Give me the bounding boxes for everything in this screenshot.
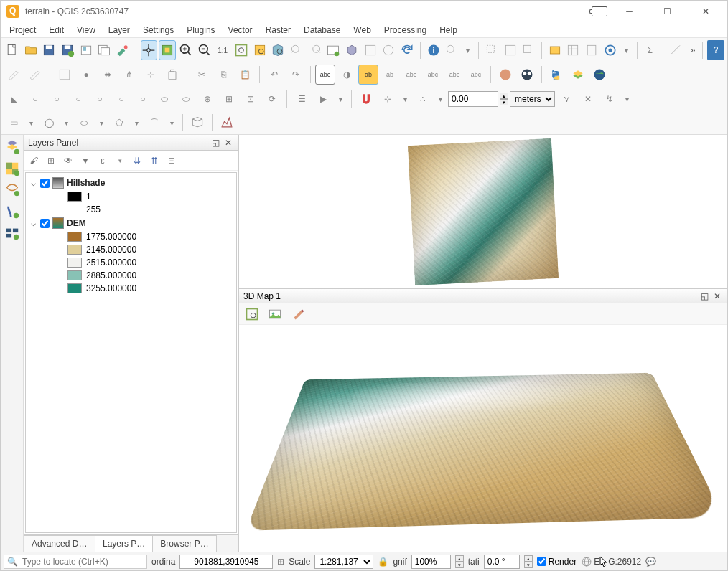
add-raster-layer-icon[interactable] (3, 159, 22, 178)
layer-tree[interactable]: ⌵ Hillshade 1 255 ⌵ DEM (25, 172, 237, 533)
undo-button[interactable]: ↶ (264, 65, 284, 85)
map3d-close-button[interactable]: ✕ (711, 291, 723, 302)
digitize-10[interactable]: ⊕ (197, 89, 218, 109)
identify-dropdown[interactable]: ▾ (462, 47, 474, 55)
shape-rect-dd[interactable]: ▾ (25, 119, 37, 127)
rotation-input[interactable] (484, 555, 520, 569)
map3d-canvas[interactable] (239, 325, 727, 552)
field-calc-button[interactable] (583, 40, 600, 60)
expression-filter-icon[interactable]: ε (95, 154, 110, 168)
map3d-undock-button[interactable]: ◱ (699, 291, 710, 302)
snap-units-select[interactable]: meters (510, 91, 555, 107)
toolbar-overflow-button[interactable]: » (688, 45, 699, 55)
help-button[interactable]: ? (707, 40, 724, 60)
topo-editing-button[interactable]: ⋎ (556, 89, 577, 109)
shape-arc-dd[interactable]: ▾ (166, 119, 178, 127)
mesh-button[interactable] (187, 113, 207, 133)
digitize-3[interactable]: ○ (47, 89, 67, 109)
shape-ellipse-dd[interactable]: ▾ (95, 119, 108, 127)
label-tool-button[interactable]: abc (315, 65, 335, 85)
lock-icon[interactable]: 🔒 (378, 557, 388, 567)
statistics-button[interactable]: Σ (641, 40, 658, 60)
digitize-8[interactable]: ⬭ (154, 89, 174, 109)
rotate-label-button[interactable]: abc (444, 65, 465, 85)
copy-button[interactable]: ⎘ (213, 65, 233, 85)
layer-visibility-checkbox[interactable] (40, 219, 50, 228)
visibility-icon[interactable]: 👁 (61, 154, 75, 168)
save-project-button[interactable] (40, 40, 57, 60)
rotation-spinner[interactable]: ▴▾ (524, 555, 533, 568)
change-label-button[interactable]: abc (466, 65, 486, 85)
snap-distance-spinner[interactable]: ▴▾ (500, 93, 508, 105)
temporal-controller-button[interactable] (381, 40, 398, 60)
crs-button[interactable]: E G:26912 (581, 556, 641, 567)
shape-poly[interactable]: ⬠ (109, 113, 129, 133)
snap-segment-button[interactable]: ∴ (413, 89, 433, 109)
zoom-in-button[interactable] (177, 40, 195, 60)
plugin-2-button[interactable] (517, 65, 537, 85)
messages-icon[interactable]: 💬 (645, 557, 656, 567)
show-label-button[interactable]: abc (401, 65, 421, 85)
panel-close-button[interactable]: ✕ (223, 137, 234, 148)
open-table-button[interactable] (565, 40, 582, 60)
cut-button[interactable]: ✂ (192, 65, 212, 85)
shape-poly-dd[interactable]: ▾ (131, 119, 143, 127)
menu-project[interactable]: Project (4, 24, 42, 37)
tab-advanced-digitizing[interactable]: Advanced Digitizing P… (24, 535, 95, 552)
menu-view[interactable]: View (71, 24, 101, 37)
action-button[interactable] (443, 40, 460, 60)
processing-toolbox-button[interactable] (602, 40, 619, 60)
highlight-label-button[interactable]: ab (358, 65, 378, 85)
zoom-next-button[interactable] (307, 40, 324, 60)
locator-search[interactable]: 🔍 (4, 555, 147, 569)
pan-to-selection-button[interactable] (159, 40, 176, 60)
map3d-zoom-full-button[interactable] (242, 304, 262, 324)
shape-circle-dd[interactable]: ▾ (60, 119, 73, 127)
expand-all-icon[interactable]: ⇊ (130, 154, 144, 168)
snap-dropdown-1[interactable]: ▾ (399, 95, 411, 103)
add-wms-layer-icon[interactable] (3, 224, 22, 242)
layout-manager-button[interactable] (95, 40, 113, 60)
digitize-4[interactable]: ○ (68, 89, 88, 109)
layer-dem[interactable]: ⌵ DEM (26, 216, 236, 230)
new-map-view-button[interactable] (325, 40, 342, 60)
node-tool-button[interactable]: ⋔ (119, 65, 139, 85)
render-toggle[interactable]: Render (537, 557, 577, 567)
add-group-icon[interactable]: ⊞ (44, 154, 58, 168)
snap-dropdown-2[interactable]: ▾ (434, 95, 447, 103)
zoom-out-button[interactable] (196, 40, 213, 60)
tab-layers[interactable]: Layers P… (95, 535, 153, 552)
plugin-1-button[interactable] (495, 65, 515, 85)
snap-intersection-button[interactable]: ✕ (578, 89, 598, 109)
menu-processing[interactable]: Processing (378, 24, 432, 37)
save-project-as-button[interactable] (59, 40, 76, 60)
layer-visibility-checkbox[interactable] (40, 179, 50, 188)
pan-map-button[interactable] (141, 40, 158, 60)
digitize-7[interactable]: ○ (133, 89, 153, 109)
python-console-button[interactable] (546, 65, 566, 85)
globe-button[interactable] (589, 65, 610, 85)
measure-line-button[interactable] (668, 40, 685, 60)
digitize-2[interactable]: ○ (25, 89, 45, 109)
add-feature-button[interactable]: ● (76, 65, 96, 85)
vertex-tool-button[interactable]: ⊹ (141, 65, 161, 85)
select-by-expression-button[interactable] (502, 40, 519, 60)
minimize-button[interactable]: ─ (613, 1, 645, 22)
shape-ellipse[interactable]: ⬭ (74, 113, 94, 133)
paste-button[interactable]: 📋 (235, 65, 255, 85)
profile-tool-button[interactable] (217, 113, 237, 133)
maximize-button[interactable]: ☐ (651, 1, 683, 22)
digitize-5[interactable]: ○ (90, 89, 110, 109)
menu-web[interactable]: Web (347, 24, 376, 37)
select-value-button[interactable] (546, 40, 564, 60)
menu-help[interactable]: Help (434, 24, 463, 37)
map3d-save-image-button[interactable] (265, 304, 285, 324)
toggle-editing-button[interactable] (25, 65, 45, 85)
digitize-6[interactable]: ○ (111, 89, 131, 109)
shape-circle[interactable]: ◯ (39, 113, 59, 133)
zoom-to-selection-button[interactable] (251, 40, 269, 60)
new-print-layout-button[interactable] (78, 40, 95, 60)
refresh-button[interactable] (398, 40, 416, 60)
trace-button[interactable]: ↯ (599, 89, 620, 109)
tab-browser[interactable]: Browser P… (152, 535, 216, 552)
